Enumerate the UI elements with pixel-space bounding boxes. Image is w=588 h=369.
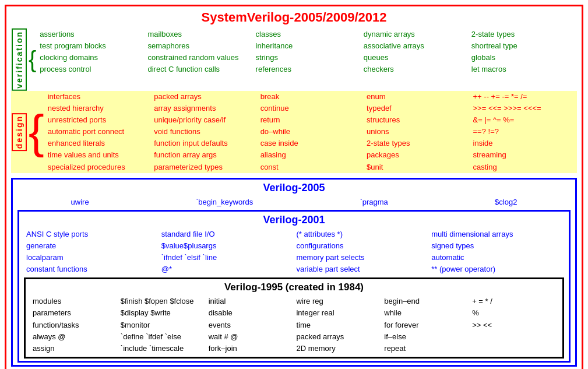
v2001-c2-r3: `ifndef `elsif `line: [161, 252, 292, 263]
v1995-c4-r3: time: [296, 319, 379, 331]
design-c5-r2: >>= <<= >>>= <<<=: [473, 103, 575, 114]
verif-c4-r3: queues: [364, 52, 467, 64]
design-c4-r3: structures: [367, 114, 468, 126]
design-col-5: ++ -- += -= *= /= >>= <<= >>>= <<<= &= |…: [471, 91, 577, 173]
design-c2-r5: function input defaults: [154, 138, 255, 149]
v2001-col-2: standard file I/O $value$plusargs `ifnde…: [159, 229, 294, 276]
outer-box: SystemVerilog-2005/2009/2012 verificatio…: [5, 5, 583, 369]
design-c4-r2: typedef: [367, 103, 468, 114]
design-col-4: enum typedef structures unions 2-state t…: [364, 91, 470, 173]
v1995-c4-r1: wire reg: [296, 296, 379, 307]
v1995-c6-r4: [472, 331, 555, 343]
design-c3-r4: do–while: [260, 126, 362, 138]
verif-col-2: mailboxes semaphores constrained random …: [145, 29, 253, 91]
v1995-box: Verilog-1995 (created in 1984) modules p…: [24, 277, 564, 359]
design-c4-r5: 2-state types: [367, 138, 468, 149]
verif-col-3: classes inheritance strings references: [253, 29, 361, 91]
v1995-c6-r1: + = * /: [472, 296, 555, 307]
verif-c5-r4: let macros: [471, 64, 575, 75]
design-c1-r2: nested hierarchy: [48, 103, 149, 114]
v1995-c2-r4: `define `ifdef `else: [121, 331, 204, 343]
design-label: design: [12, 113, 27, 151]
design-c2-r2: array assignments: [154, 103, 255, 114]
v1995-c3-r4: wait # @: [209, 331, 292, 343]
v2005-box: Verilog-2005 uwire `begin_keywords `prag…: [11, 178, 577, 367]
v2005-pragma: `pragma: [360, 198, 388, 206]
v1995-c5-r4: if–else: [384, 331, 467, 343]
design-col-1: interfaces nested hierarchy unrestricted…: [45, 91, 152, 173]
v2001-c1-r4: constant functions: [26, 263, 157, 275]
design-c1-r1: interfaces: [48, 91, 149, 103]
v2001-col-3: (* attributes *) configurations memory p…: [294, 229, 429, 276]
v2001-c4-r3: automatic: [431, 252, 562, 263]
design-c3-r7: const: [260, 161, 362, 173]
v1995-title: Verilog-1995 (created in 1984): [30, 282, 558, 293]
design-c4-r7: $unit: [367, 161, 468, 173]
v1995-c2-r3: $monitor: [121, 319, 204, 331]
v2005-title: Verilog-2005: [17, 182, 571, 194]
design-c2-r1: packed arrays: [154, 91, 255, 103]
v1995-col-6: + = * / % >> <<: [470, 296, 558, 354]
design-brace: {: [27, 91, 45, 173]
v2005-uwire: uwire: [71, 198, 89, 206]
v2001-c3-r4: variable part select: [297, 263, 427, 275]
v2001-c3-r1: (* attributes *): [297, 229, 427, 240]
verif-c2-r1: mailboxes: [147, 29, 251, 40]
v1995-c2-r2: $display $write: [121, 307, 204, 319]
verif-c5-r2: shortreal type: [471, 40, 575, 52]
v2001-c4-r4: ** (power operator): [431, 263, 562, 275]
verif-c4-r4: checkers: [364, 64, 467, 75]
verif-col-4: dynamic arrays associative arrays queues…: [361, 29, 469, 91]
design-c2-r6: function array args: [154, 149, 255, 161]
design-c4-r1: enum: [367, 91, 468, 103]
v1995-c2-r5: `include `timescale: [121, 343, 204, 354]
v2001-box: Verilog-2001 ANSI C style ports generate…: [17, 210, 571, 363]
v2001-content: ANSI C style ports generate localparam c…: [24, 229, 564, 276]
design-c5-r5: inside: [473, 138, 575, 149]
v2001-c2-r4: @*: [161, 263, 292, 275]
design-c2-r7: parameterized types: [154, 161, 255, 173]
design-c5-r6: streaming: [473, 149, 575, 161]
verif-col-1: assertions test program blocks clocking …: [37, 29, 145, 91]
v1995-c1-r4: always @: [33, 331, 116, 343]
verif-c3-r1: classes: [256, 29, 359, 40]
v2001-c2-r1: standard file I/O: [161, 229, 292, 240]
v2001-col-4: multi dimensional arrays signed types au…: [429, 229, 564, 276]
v1995-c4-r2: integer real: [296, 307, 379, 319]
v1995-c6-r2: %: [472, 307, 555, 319]
verif-content: assertions test program blocks clocking …: [37, 29, 577, 91]
design-c1-r3: unrestricted ports: [48, 114, 149, 126]
v1995-col-3: initial disable events wait # @ fork–joi…: [206, 296, 294, 354]
v1995-c5-r5: repeat: [384, 343, 467, 354]
v1995-col-2: $finish $fopen $fclose $display $write $…: [118, 296, 206, 354]
v1995-c4-r4: packed arrays: [296, 331, 379, 343]
sv-title: SystemVerilog-2005/2009/2012: [11, 10, 577, 25]
v2001-title: Verilog-2001: [24, 214, 564, 226]
v2001-c4-r2: signed types: [431, 240, 562, 252]
v1995-c1-r1: modules: [33, 296, 116, 307]
sv-sections: verification { assertions test program b…: [11, 29, 577, 173]
design-c4-r4: unions: [367, 126, 468, 138]
verif-c1-r1: assertions: [40, 29, 143, 40]
design-c5-r7: casting: [473, 161, 575, 173]
v1995-c3-r2: disable: [209, 307, 292, 319]
verif-c3-r3: strings: [256, 52, 359, 64]
v1995-c5-r3: for forever: [384, 319, 467, 331]
design-c1-r5: enhanced literals: [48, 138, 149, 149]
v1995-content: modules parameters function/tasks always…: [30, 296, 558, 354]
design-label-cell: design: [11, 91, 27, 173]
v2005-clog2: $clog2: [495, 198, 517, 206]
design-c2-r3: unique/priority case/if: [154, 114, 255, 126]
verification-label: verification: [12, 29, 27, 91]
verif-c4-r1: dynamic arrays: [364, 29, 467, 40]
v2005-begin-keywords: `begin_keywords: [196, 198, 253, 206]
verif-c2-r3: constrained random values: [147, 52, 251, 64]
design-c1-r6: time values and units: [48, 149, 149, 161]
v1995-c6-r3: >> <<: [472, 319, 555, 331]
design-c3-r2: continue: [260, 103, 362, 114]
verif-brace: {: [27, 29, 37, 91]
verif-c1-r2: test program blocks: [40, 40, 143, 52]
design-c3-r3: return: [260, 114, 362, 126]
verif-c2-r4: direct C function calls: [147, 64, 251, 75]
v2001-c1-r2: generate: [26, 240, 157, 252]
